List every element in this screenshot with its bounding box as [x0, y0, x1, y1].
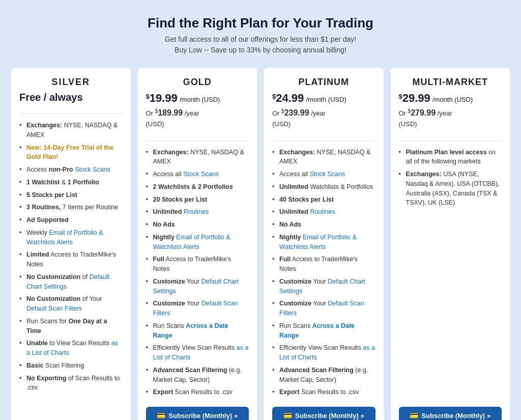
- plan-multimarket-monthly-price: $29.99 /month (USD): [399, 92, 502, 105]
- page-subtitle: Get full access to all of our offerings …: [10, 34, 511, 55]
- subscribe-platinum-monthly-card-button[interactable]: 💳 Subscribe (Monthly) »: [272, 407, 375, 420]
- plan-multimarket-name: MULTI-MARKET: [399, 77, 502, 88]
- feature-item: Exchanges: USA (NYSE, Nasdaq & Amex), US…: [399, 168, 502, 209]
- feature-item: Run Scans for One Day at a Time: [19, 315, 123, 338]
- plan-multimarket: MULTI-MARKET $29.99 /month (USD) Or $279…: [391, 68, 510, 420]
- feature-item: Customize Your Default Chart Settings: [146, 275, 249, 298]
- feature-item: Ad Supported: [19, 214, 123, 227]
- plan-platinum-buttons: 💳 Subscribe (Monthly) » 💳 Subscribe (Ann…: [272, 404, 375, 420]
- feature-item: Unable to View Scan Results as a List of…: [19, 337, 123, 359]
- feature-item: Export Scan Results to .csv: [146, 386, 249, 399]
- feature-item: Nightly Email of Portfolio & Watchlists …: [272, 231, 375, 254]
- feature-item: 5 Stocks per List: [19, 189, 123, 202]
- feature-item: Advanced Scan Filtering (e.g. Market Cap…: [146, 364, 249, 386]
- feature-item: Customize Your Default Chart Settings: [272, 275, 375, 298]
- feature-item: Unlimited Routines: [272, 206, 375, 218]
- feature-item: Access all Stock Scans: [272, 168, 375, 181]
- plan-platinum: PLATINUM $24.99 /month (USD) Or $239.99 …: [264, 68, 384, 420]
- plan-gold-annual-price: Or $189.99 /year(USD): [146, 107, 249, 129]
- feature-item: Efficiently View Scan Results as a List …: [272, 342, 375, 364]
- page-header: Find the Right Plan for Your Trading Get…: [10, 15, 511, 55]
- page-title: Find the Right Plan for Your Trading: [10, 15, 511, 31]
- plan-gold: GOLD $19.99 /month (USD) Or $189.99 /yea…: [138, 68, 257, 420]
- card-icon: 💳: [157, 411, 165, 419]
- feature-item: Advanced Scan Filtering (e.g. Market Cap…: [272, 364, 375, 386]
- feature-item: Run Scans Across a Date Range: [146, 320, 249, 342]
- feature-item: New: 14-Day Free Trial of the Gold Plan!: [19, 142, 123, 164]
- feature-item: 20 Stocks per List: [146, 193, 249, 206]
- plans-grid: SILVER Free / always Exchanges: NYSE, NA…: [11, 68, 510, 420]
- feature-item: Platinum Plan level access on all of the…: [399, 146, 502, 169]
- plan-platinum-annual-price: Or $239.99 /year(USD): [272, 107, 375, 129]
- card-icon: 💳: [410, 411, 418, 419]
- feature-item: Full Access to TraderMike's Notes: [146, 253, 249, 275]
- plan-multimarket-annual-price: Or $279.99 /year(USD): [399, 107, 502, 129]
- plan-silver-name: SILVER: [19, 77, 123, 88]
- plan-multimarket-buttons: 💳 Subscribe (Monthly) » 💳 Subscribe (Ann…: [399, 404, 502, 420]
- plan-silver-features: Exchanges: NYSE, NASDAQ & AMEX New: 14-D…: [19, 119, 123, 420]
- subscribe-multimarket-monthly-card-button[interactable]: 💳 Subscribe (Monthly) »: [399, 407, 502, 420]
- feature-item: Full Access to TraderMike's Notes: [272, 253, 375, 275]
- feature-item: Customize Your Default Scan Filters: [146, 297, 249, 320]
- feature-item: Export Scan Results to .csv: [272, 386, 375, 399]
- plan-silver-price: Free / always: [19, 92, 123, 103]
- feature-item: No Ads: [146, 218, 249, 231]
- plan-platinum-features: Exchanges: NYSE, NASDAQ & AMEX Access al…: [272, 146, 375, 399]
- feature-item: Customize Your Default Scan Filters: [272, 297, 375, 320]
- plan-silver: SILVER Free / always Exchanges: NYSE, NA…: [11, 68, 131, 420]
- feature-item: Access all Stock Scans: [146, 168, 249, 181]
- plan-gold-features: Exchanges: NYSE, NASDAQ & AMEX Access al…: [146, 146, 249, 399]
- plan-platinum-monthly-price: $24.99 /month (USD): [272, 92, 375, 105]
- plan-gold-monthly-price: $19.99 /month (USD): [146, 92, 249, 105]
- feature-item: No Ads: [272, 218, 375, 231]
- card-icon: 💳: [283, 411, 292, 419]
- feature-item: 1 Watchlist & 1 Portfolio: [19, 176, 123, 189]
- feature-item: No Customization of Default Chart Settin…: [19, 271, 123, 293]
- feature-item: Run Scans Across a Date Range: [272, 320, 375, 342]
- feature-item: 2 Watchlists & 2 Portfolios: [146, 181, 249, 193]
- feature-item: Limited Access to TraderMike's Notes: [19, 248, 123, 271]
- feature-item: Unlimited Routines: [146, 206, 249, 218]
- feature-item: Access non-Pro Stock Scans: [19, 163, 123, 176]
- plan-gold-buttons: 💳 Subscribe (Monthly) » 💳 Subscribe (Ann…: [146, 404, 249, 420]
- feature-item: Exchanges: NYSE, NASDAQ & AMEX: [146, 146, 249, 169]
- feature-item: Weekly Email of Portfolio & Watchlists A…: [19, 227, 123, 249]
- plan-gold-name: GOLD: [146, 77, 249, 88]
- feature-item: Nightly Email of Portfolio & Watchlists …: [146, 231, 249, 254]
- feature-item: No Customization of Your Default Scan Fi…: [19, 293, 123, 315]
- feature-item: Basic Scan Filtering: [19, 359, 123, 372]
- feature-item: Exchanges: NYSE, NASDAQ & AMEX: [272, 146, 375, 169]
- feature-item: No Exporting of Scan Results to .csv: [19, 372, 123, 395]
- feature-item: Efficiently View Scan Results as a List …: [146, 342, 249, 364]
- feature-item: Unlimited Watchlists & Portfolios: [272, 181, 375, 193]
- feature-item: 3 Routines, 7 Items per Routine: [19, 201, 123, 214]
- subscribe-gold-monthly-card-button[interactable]: 💳 Subscribe (Monthly) »: [146, 407, 249, 420]
- feature-item: 40 Stocks per List: [272, 193, 375, 206]
- feature-item: Exchanges: NYSE, NASDAQ & AMEX: [19, 119, 123, 142]
- plan-platinum-name: PLATINUM: [272, 77, 375, 88]
- plan-multimarket-features: Platinum Plan level access on all of the…: [399, 146, 502, 399]
